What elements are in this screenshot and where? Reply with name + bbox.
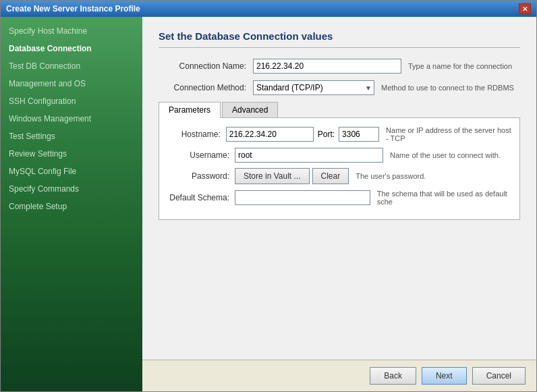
sidebar-item-test-db[interactable]: Test DB Connection (1, 57, 142, 75)
password-hint: The user's password. (356, 172, 426, 180)
connection-method-select[interactable]: Standard (TCP/IP) (253, 80, 374, 95)
footer: Back Next Cancel (142, 360, 536, 391)
main-panel: Set the Database Connection values Conne… (142, 17, 536, 391)
window-body: Specify Host Machine Database Connection… (1, 17, 536, 391)
sidebar-item-test-settings[interactable]: Test Settings (1, 128, 142, 145)
main-content-area: Set the Database Connection values Conne… (142, 17, 536, 360)
connection-name-input[interactable] (253, 59, 401, 74)
next-button[interactable]: Next (422, 367, 467, 385)
hostname-input[interactable] (226, 127, 314, 142)
close-button[interactable]: ✕ (519, 3, 531, 14)
password-label: Password: (167, 171, 235, 181)
sidebar-item-specify-commands[interactable]: Specify Commands (1, 180, 142, 198)
password-row: Password: Store in Vault ... Clear The u… (167, 168, 511, 184)
tab-parameters[interactable]: Parameters (159, 102, 221, 118)
default-schema-row: Default Schema: The schema that will be … (167, 190, 511, 206)
port-input[interactable] (339, 127, 379, 142)
hostname-hint: Name or IP address of the server host - … (386, 126, 511, 142)
sidebar-item-complete-setup[interactable]: Complete Setup (1, 198, 142, 215)
connection-name-label: Connection Name: (159, 61, 253, 71)
username-label: Username: (167, 150, 235, 160)
default-schema-hint: The schema that will be used as default … (377, 190, 511, 206)
port-label: Port: (318, 130, 335, 139)
sidebar-item-specify-host[interactable]: Specify Host Machine (1, 22, 142, 40)
sidebar-item-review-settings[interactable]: Review Settings (1, 145, 142, 163)
default-schema-label: Default Schema: (167, 193, 235, 202)
sidebar-item-management-os[interactable]: Management and OS (1, 75, 142, 92)
connection-method-hint: Method to use to connect to the RDBMS (381, 84, 514, 92)
page-title: Set the Database Connection values (159, 30, 520, 48)
username-row: Username: Name of the user to connect wi… (167, 148, 511, 163)
connection-method-select-wrapper: Standard (TCP/IP) ▼ (253, 80, 374, 95)
main-window: Create New Server Instance Profile ✕ Spe… (0, 0, 537, 392)
store-vault-button[interactable]: Store in Vault ... (235, 168, 310, 184)
connection-name-hint: Type a name for the connection (408, 62, 512, 70)
clear-button[interactable]: Clear (312, 168, 349, 184)
sidebar-item-windows-management[interactable]: Windows Management (1, 110, 142, 128)
tab-bar: Parameters Advanced (159, 102, 520, 118)
connection-method-label: Connection Method: (159, 83, 253, 92)
username-input[interactable] (235, 148, 383, 163)
window-title: Create New Server Instance Profile (6, 4, 140, 13)
tab-section: Parameters Advanced Hostname: Port: (159, 102, 520, 220)
sidebar-item-mysql-config[interactable]: MySQL Config File (1, 163, 142, 180)
hostname-row: Hostname: Port: Name or IP address of th… (167, 126, 511, 142)
sidebar-item-database-connection[interactable]: Database Connection (1, 40, 142, 57)
cancel-button[interactable]: Cancel (472, 367, 526, 385)
default-schema-input[interactable] (235, 190, 370, 205)
tab-content-parameters: Hostname: Port: Name or IP address of th… (159, 118, 520, 220)
username-hint: Name of the user to connect with. (390, 151, 501, 159)
connection-method-row: Connection Method: Standard (TCP/IP) ▼ M… (159, 80, 520, 95)
sidebar: Specify Host Machine Database Connection… (1, 17, 142, 391)
hostname-label: Hostname: (167, 130, 226, 139)
connection-name-row: Connection Name: Type a name for the con… (159, 59, 520, 74)
title-bar: Create New Server Instance Profile ✕ (1, 1, 536, 17)
back-button[interactable]: Back (370, 367, 416, 385)
tab-advanced[interactable]: Advanced (222, 102, 278, 117)
sidebar-item-ssh-config[interactable]: SSH Configuration (1, 92, 142, 110)
